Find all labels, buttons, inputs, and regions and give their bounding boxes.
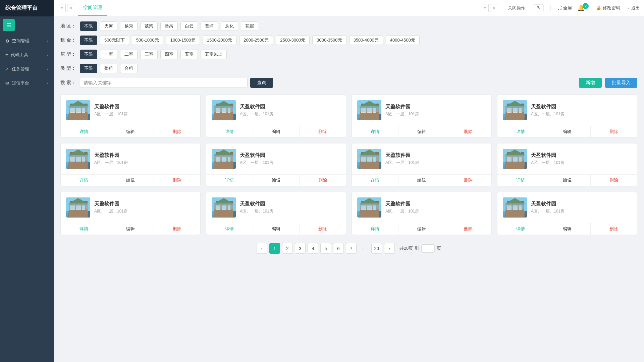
region-filter-unlimited[interactable]: 不限 bbox=[80, 21, 97, 31]
type-filter-unlimited[interactable]: 不限 bbox=[80, 64, 97, 73]
detail-button[interactable]: 详情 bbox=[497, 126, 544, 137]
menu-toggle-button[interactable]: ☰ bbox=[3, 19, 15, 31]
page-btn-5[interactable]: 5 bbox=[320, 243, 331, 254]
region-filter-panyu[interactable]: 番禺 bbox=[160, 21, 178, 31]
delete-button[interactable]: 删除 bbox=[445, 223, 491, 235]
delete-button[interactable]: 删除 bbox=[591, 223, 637, 235]
rent-filter-500-1000[interactable]: 500-1000元 bbox=[132, 36, 163, 45]
delete-button[interactable]: 删除 bbox=[445, 175, 491, 186]
nav-next-button[interactable]: » bbox=[67, 4, 75, 12]
room-filter-5plus[interactable]: 五室以上 bbox=[201, 50, 227, 59]
fullscreen-button[interactable]: ⛶ 全屏 bbox=[557, 5, 572, 11]
modify-pwd-button[interactable]: 🔒 修改密码 bbox=[596, 5, 620, 11]
delete-button[interactable]: 删除 bbox=[300, 223, 346, 235]
edit-button[interactable]: 编辑 bbox=[107, 223, 154, 235]
logout-button[interactable]: → 退出 bbox=[626, 5, 640, 11]
refresh-button[interactable]: ↻ bbox=[534, 4, 544, 11]
detail-button[interactable]: 详情 bbox=[61, 223, 107, 235]
detail-button[interactable]: 详情 bbox=[61, 175, 107, 186]
region-filter-yuexiu[interactable]: 越秀 bbox=[120, 21, 138, 31]
svg-rect-61 bbox=[360, 156, 379, 169]
detail-button[interactable]: 详情 bbox=[206, 126, 253, 137]
edit-button[interactable]: 编辑 bbox=[253, 175, 300, 186]
rent-filter-unlimited[interactable]: 不限 bbox=[80, 36, 97, 45]
tab-nav-next[interactable]: » bbox=[490, 4, 498, 12]
query-button[interactable]: 查询 bbox=[250, 78, 273, 88]
fullscreen-label: 全屏 bbox=[563, 5, 572, 11]
rent-filter-1500-2000[interactable]: 1500-2000元 bbox=[203, 36, 236, 45]
rent-filter-under500[interactable]: 500元以下 bbox=[100, 36, 129, 45]
search-input[interactable] bbox=[80, 78, 248, 88]
edit-button[interactable]: 编辑 bbox=[107, 175, 154, 186]
type-filter-whole[interactable]: 整租 bbox=[100, 64, 117, 73]
detail-button[interactable]: 详情 bbox=[497, 175, 544, 186]
pagination-prev[interactable]: ‹ bbox=[257, 243, 267, 254]
rent-filter-3000-3500[interactable]: 3000-3500元 bbox=[312, 36, 346, 45]
delete-button[interactable]: 删除 bbox=[154, 223, 200, 235]
sidebar-item-space[interactable]: ⚙ 空间管理 ‹ bbox=[0, 34, 54, 48]
page-btn-1[interactable]: 1 bbox=[269, 243, 280, 254]
room-filter-5[interactable]: 五室 bbox=[180, 50, 198, 59]
chevron-icon: ‹ bbox=[47, 39, 48, 43]
region-filter-baiyun[interactable]: 白云 bbox=[180, 21, 198, 31]
rent-filter-2000-2500[interactable]: 2000-2500元 bbox=[239, 36, 273, 45]
delete-button[interactable]: 删除 bbox=[154, 126, 200, 137]
edit-button[interactable]: 编辑 bbox=[398, 223, 445, 235]
close-ops-button[interactable]: 关闭操作 bbox=[505, 4, 528, 12]
rent-filter-2500-3000[interactable]: 2500-3000元 bbox=[276, 36, 310, 45]
region-filter-conghua[interactable]: 从化 bbox=[221, 21, 238, 31]
room-filter-4[interactable]: 四室 bbox=[160, 50, 178, 59]
delete-button[interactable]: 删除 bbox=[591, 175, 637, 186]
tab-nav-prev[interactable]: « bbox=[481, 4, 489, 12]
nav-prev-button[interactable]: « bbox=[58, 4, 66, 12]
room-filter-3[interactable]: 三室 bbox=[140, 50, 158, 59]
page-btn-3[interactable]: 3 bbox=[295, 243, 306, 254]
region-filter-huadu[interactable]: 花都 bbox=[241, 21, 258, 31]
edit-button[interactable]: 编辑 bbox=[253, 223, 300, 235]
rent-filter-3500-4000[interactable]: 3500-4000元 bbox=[349, 36, 383, 45]
room-filter-unlimited[interactable]: 不限 bbox=[80, 50, 97, 59]
detail-button[interactable]: 详情 bbox=[352, 223, 398, 235]
delete-button[interactable]: 删除 bbox=[300, 126, 346, 137]
sidebar-item-task[interactable]: ✓ 任务管理 ‹ bbox=[0, 62, 54, 76]
edit-button[interactable]: 编辑 bbox=[107, 126, 154, 137]
delete-button[interactable]: 删除 bbox=[154, 175, 200, 186]
sidebar-item-code[interactable]: ≡ 代码工具 ‹ bbox=[0, 48, 54, 62]
page-btn-2[interactable]: 2 bbox=[282, 243, 293, 254]
detail-button[interactable]: 详情 bbox=[352, 126, 398, 137]
edit-button[interactable]: 编辑 bbox=[544, 175, 591, 186]
edit-button[interactable]: 编辑 bbox=[544, 126, 591, 137]
rent-filter-1000-1500[interactable]: 1000-1500元 bbox=[166, 36, 200, 45]
rent-filter-4000-4500[interactable]: 4000-4500元 bbox=[386, 36, 420, 45]
detail-button[interactable]: 详情 bbox=[206, 175, 253, 186]
type-filter-shared[interactable]: 合租 bbox=[120, 64, 138, 73]
svg-rect-11 bbox=[214, 107, 233, 120]
room-filter-1[interactable]: 一室 bbox=[100, 50, 117, 59]
region-filter-tianhe[interactable]: 天河 bbox=[100, 21, 117, 31]
edit-button[interactable]: 编辑 bbox=[398, 175, 445, 186]
delete-button[interactable]: 删除 bbox=[445, 126, 491, 137]
detail-button[interactable]: 详情 bbox=[206, 223, 253, 235]
import-button[interactable]: 批量导入 bbox=[605, 78, 637, 88]
page-btn-6[interactable]: 6 bbox=[333, 243, 344, 254]
detail-button[interactable]: 详情 bbox=[497, 223, 544, 235]
add-button[interactable]: 新增 bbox=[579, 78, 602, 88]
detail-button[interactable]: 详情 bbox=[61, 126, 107, 137]
edit-button[interactable]: 编辑 bbox=[544, 223, 591, 235]
edit-button[interactable]: 编辑 bbox=[253, 126, 300, 137]
detail-button[interactable]: 详情 bbox=[352, 175, 398, 186]
page-btn-4[interactable]: 4 bbox=[308, 243, 318, 254]
tab-space-management[interactable]: 空间管理 bbox=[78, 0, 107, 16]
page-btn-7[interactable]: 7 bbox=[346, 243, 357, 254]
page-jump-input[interactable] bbox=[421, 244, 435, 253]
sidebar-item-sms[interactable]: ✉ 短信平台 ‹ bbox=[0, 76, 54, 90]
edit-button[interactable]: 编辑 bbox=[398, 126, 445, 137]
delete-button[interactable]: 删除 bbox=[591, 126, 637, 137]
page-btn-last[interactable]: 20 bbox=[371, 243, 382, 254]
room-filter-2[interactable]: 二室 bbox=[120, 50, 138, 59]
delete-button[interactable]: 删除 bbox=[300, 175, 346, 186]
region-filter-liwan[interactable]: 荔湾 bbox=[140, 21, 158, 31]
region-filter-huangpu[interactable]: 黄埔 bbox=[201, 21, 218, 31]
chevron-icon-2: ‹ bbox=[47, 53, 48, 57]
pagination-next[interactable]: › bbox=[384, 243, 395, 254]
